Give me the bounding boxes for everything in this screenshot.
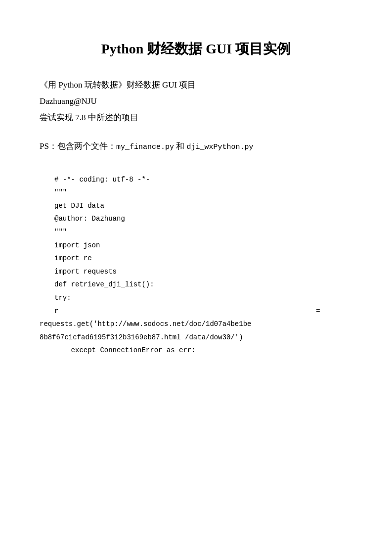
code-doc-line2: @author: Dazhuang: [54, 212, 352, 226]
ps-file1: my_finance.py: [116, 143, 174, 151]
meta-line-2: Dazhuang@NJU: [40, 94, 352, 108]
code-requests-line2: 8b8f67c1cfad6195f312b3169eb87.html /data…: [40, 331, 352, 344]
ps-file2: dji_wxPython.py: [186, 143, 253, 151]
ps-label: PS：包含两个文件：: [40, 141, 116, 151]
code-shebang: # -*- coding: utf-8 -*-: [54, 173, 352, 186]
code-import1: import json: [54, 239, 352, 252]
code-requests-line1: requests.get('http://www.sodocs.net/doc/…: [40, 318, 352, 331]
code-block: # -*- coding: utf-8 -*- """ get DJI data…: [54, 173, 352, 318]
code-except-line: except ConnectionError as err:: [54, 344, 352, 357]
code-def: def retrieve_dji_list():: [54, 278, 352, 291]
code-try: try:: [54, 291, 352, 305]
code-r-line: r =: [54, 305, 352, 318]
code-doc-line1: get DJI data: [54, 199, 352, 213]
code-import2: import re: [54, 252, 352, 265]
ps-middle: 和: [174, 141, 187, 151]
ps-line: PS：包含两个文件：my_finance.py 和 dji_wxPython.p…: [40, 139, 352, 153]
code-docstring-close: """: [54, 226, 352, 239]
meta-line-3: 尝试实现 7.8 中所述的项目: [40, 111, 352, 124]
code-requests-block: requests.get('http://www.sodocs.net/doc/…: [40, 318, 352, 344]
code-import3: import requests: [54, 265, 352, 278]
meta-line-1: 《用 Python 玩转数据》财经数据 GUI 项目: [40, 78, 352, 92]
code-docstring-open: """: [54, 186, 352, 199]
meta-section: 《用 Python 玩转数据》财经数据 GUI 项目 Dazhuang@NJU …: [40, 78, 352, 125]
code-except-block: except ConnectionError as err:: [40, 344, 352, 357]
page-title: Python 财经数据 GUI 项目实例: [40, 40, 352, 58]
